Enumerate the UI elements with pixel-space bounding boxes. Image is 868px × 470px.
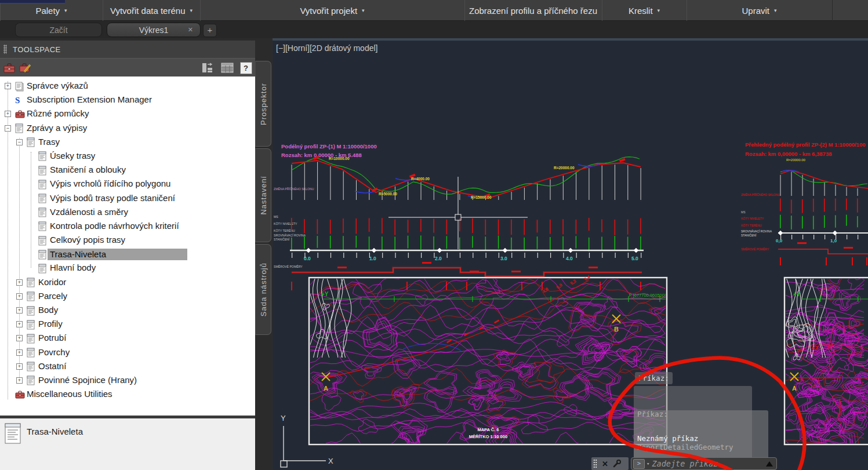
side-tab-sada-n-stroj-[interactable]: Sada nástrojů <box>255 244 271 335</box>
expand-icon[interactable]: + <box>16 321 23 327</box>
command-grip-icon[interactable] <box>593 459 597 468</box>
tree-item-zpr-vy-a-v-pisy[interactable]: −Zprávy a výpisy <box>0 122 255 136</box>
tree-item-label: Trasa-Niveleta <box>48 249 187 260</box>
svg-text:4.0: 4.0 <box>566 256 573 261</box>
toolbox-edit-icon[interactable] <box>19 61 32 75</box>
drawing-area[interactable]: [−][Horní][2D drátový model] Podélný pro… <box>273 41 868 470</box>
svg-text:SMĚROVÉ POMĚRY: SMĚROVÉ POMĚRY <box>274 264 303 268</box>
report-icon <box>27 292 37 302</box>
command-customize-wrench-icon[interactable] <box>612 459 622 468</box>
svg-text:MAPA Č. 6: MAPA Č. 6 <box>477 427 499 432</box>
model-space-canvas[interactable]: Podélný profil ZP-(1) M 1:10000/1000Rozs… <box>273 41 868 470</box>
tree-item-v-pis-bod-trasy-podle-stani-en-[interactable]: Výpis bodů trasy podle staničení <box>0 192 255 206</box>
expand-icon[interactable]: + <box>16 377 23 384</box>
svg-text:+Y: +Y <box>793 291 801 297</box>
report-icon <box>27 333 37 344</box>
toolbox-tree: +Správce výkazůSSubscription Extension M… <box>0 76 255 417</box>
tree-item-label: Ostatní <box>38 361 66 371</box>
tree-item-celkov-popis-trasy[interactable]: Celkový popis trasy <box>0 234 255 247</box>
toolbox-icon[interactable] <box>2 61 16 75</box>
svg-text:STANIČENÍ: STANIČENÍ <box>741 234 757 237</box>
svg-text:MS: MS <box>274 215 278 218</box>
tree-item-r-zn-pom-cky[interactable]: +Různé pomůcky <box>0 107 255 121</box>
toolbox-icon <box>15 109 26 119</box>
expand-icon[interactable]: + <box>16 307 23 314</box>
toolspace-header: TOOLSPACE <box>0 41 255 58</box>
selected-report-label: Trasa-Niveleta <box>27 427 83 436</box>
tree-item-subscription-extension-manager[interactable]: SSubscription Extension Manager <box>0 93 255 107</box>
side-tab-prospektor[interactable]: Prospektor <box>255 61 271 147</box>
menu-caret-icon: ▾ <box>774 8 777 13</box>
tree-item-povinn-spojnice-hrany-[interactable]: +Povinné Spojnice (Hrany) <box>0 374 255 388</box>
tree-item-v-pis-vrchol-d-c-ho-polygonu[interactable]: Výpis vrcholů řídícího polygonu <box>0 177 255 191</box>
expand-icon[interactable]: + <box>16 349 23 356</box>
report-icon <box>27 137 37 148</box>
tree-item-hlavn-body[interactable]: Hlavní body <box>0 261 255 275</box>
toolbox-icon <box>15 389 26 400</box>
help-icon[interactable]: ? <box>239 61 253 75</box>
viewport-controls-label[interactable]: [−][Horní][2D drátový model] <box>276 43 377 53</box>
report-icon <box>38 151 49 162</box>
menu-item-3[interactable]: Zobrazení profilu a příčného řezu <box>464 0 602 21</box>
tree-item-miscellaneous-utilities[interactable]: Miscellaneous Utilities <box>0 388 255 402</box>
tree-item-trasy[interactable]: −Trasy <box>0 136 255 150</box>
tree-item-vzd-lenosti-a-sm-ry[interactable]: Vzdálenosti a směry <box>0 206 255 220</box>
tree-item-label: Parcely <box>38 291 67 301</box>
report-icon <box>27 319 37 330</box>
report-settings-icon[interactable] <box>220 61 234 75</box>
panel-layout-icon[interactable] <box>201 61 215 75</box>
svg-text:0,2: 0,2 <box>812 345 819 351</box>
svg-text:Rozsah: km 0,00000 - km 6,3873: Rozsah: km 0,00000 - km 6,38738 <box>745 151 831 157</box>
tree-item-label: Povrchy <box>38 347 70 357</box>
report-icon <box>15 123 26 134</box>
svg-text:Y: Y <box>281 414 286 422</box>
tree-item-kontrola-podle-n-vrhov-ch-kriteri-[interactable]: Kontrola podle návrhových kriterií <box>0 220 255 234</box>
menu-item-4[interactable]: Kreslit▾ <box>602 0 687 21</box>
command-resize-handle-icon[interactable] <box>766 461 773 467</box>
tree-item-body[interactable]: +Body <box>0 304 255 318</box>
menu-item-2[interactable]: Vytvořit projekt▾ <box>200 0 464 21</box>
svg-text:SMĚROVÉ POMĚRY: SMĚROVÉ POMĚRY <box>741 247 769 251</box>
expand-icon[interactable]: + <box>16 293 23 300</box>
side-tab-label: Prospektor <box>259 83 268 125</box>
menu-item-5[interactable]: Upravit▾ <box>687 0 832 21</box>
close-tab-icon[interactable]: ✕ <box>188 26 193 34</box>
report-detail-panel: Trasa-Niveleta <box>0 418 255 470</box>
tree-item-ostatn-[interactable]: +Ostatní <box>0 360 255 374</box>
command-window-toolbar[interactable]: ✕ <box>591 457 629 470</box>
toolspace-toolbar: ? <box>0 58 255 77</box>
side-tab-label: Sada nástrojů <box>259 263 268 316</box>
side-tab-label: Nastavení <box>259 176 268 215</box>
tree-item-povrchy[interactable]: +Povrchy <box>0 346 255 360</box>
tree-item-stani-en-a-oblouky[interactable]: Staničení a oblouky <box>0 163 255 177</box>
tree-item--seky-trasy[interactable]: Úseky trasy <box>0 150 255 163</box>
command-prompt-button[interactable]: > <box>633 459 645 469</box>
palette-grip-icon[interactable] <box>3 45 7 54</box>
collapse-icon[interactable]: − <box>16 139 23 145</box>
new-tab-button[interactable]: + <box>203 24 217 37</box>
tree-item-koridor[interactable]: +Koridor <box>0 276 255 290</box>
tree-item-profily[interactable]: +Profily <box>0 318 255 331</box>
svg-text:ZMĚNA PŘÍČNÉHO SKLONU: ZMĚNA PŘÍČNÉHO SKLONU <box>741 192 780 196</box>
tree-item-potrub-[interactable]: +Potrubí <box>0 331 255 345</box>
tree-item-trasa-niveleta[interactable]: Trasa-Niveleta <box>0 247 255 261</box>
command-dropdown-icon[interactable]: ▾ <box>647 461 649 467</box>
report-icon <box>27 348 37 358</box>
tree-item-label: Povinné Spojnice (Hrany) <box>38 375 137 385</box>
tree-item-spr-vce-v-kaz-[interactable]: +Správce výkazů <box>0 79 255 93</box>
command-input[interactable]: > ▾ Zadejte příkaz <box>631 457 777 470</box>
expand-icon[interactable]: + <box>5 83 11 89</box>
menu-item-label: Vytvořit data terénu <box>110 6 186 16</box>
menu-item-1[interactable]: Vytvořit data terénu▾ <box>103 0 200 21</box>
command-close-icon[interactable]: ✕ <box>602 460 608 468</box>
tree-item-parcely[interactable]: +Parcely <box>0 290 255 304</box>
expand-icon[interactable]: + <box>16 363 23 370</box>
collapse-icon[interactable]: − <box>5 125 11 132</box>
report-large-icon <box>5 423 21 446</box>
expand-icon[interactable]: + <box>16 279 23 286</box>
tab-vykres1[interactable]: Výkres1 ✕ <box>107 23 201 37</box>
tab-zacit[interactable]: Začít <box>15 23 102 37</box>
expand-icon[interactable]: + <box>5 111 11 117</box>
expand-icon[interactable]: + <box>16 335 23 341</box>
side-tab-nastaven-[interactable]: Nastavení <box>255 148 271 242</box>
